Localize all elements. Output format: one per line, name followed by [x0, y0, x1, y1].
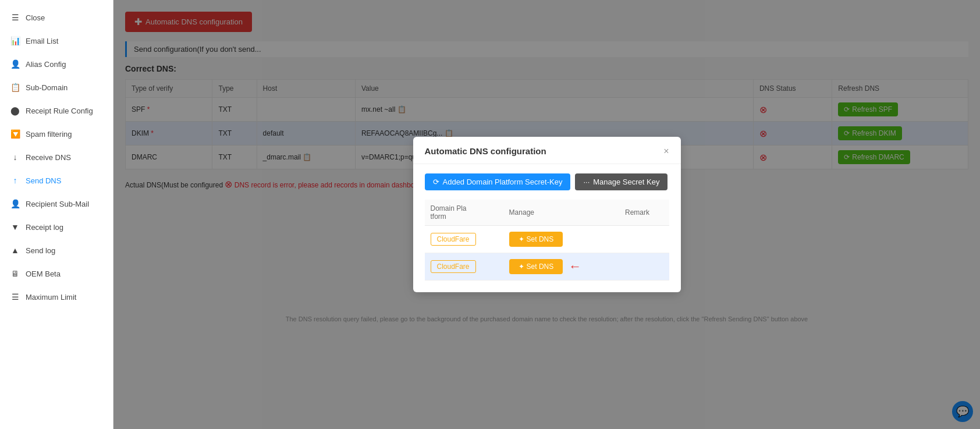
app-container: ☰ Close 📊 Email List 👤 Alias Config 📋 Su… [0, 0, 980, 429]
arrow-down-icon: ↓ [10, 153, 20, 162]
platform-cell-2: CloudFare [425, 253, 503, 281]
main-content: ✚ Automatic DNS configuration Send confi… [113, 0, 980, 429]
sidebar-item-receipt-log[interactable]: ▼ Receipt log [0, 215, 113, 239]
modal: Automatic DNS configuration × ⟳ Added Do… [413, 137, 681, 293]
modal-tab-row: ⟳ Added Domain Platform Secret-Key ··· M… [425, 173, 669, 190]
modal-header: Automatic DNS configuration × [413, 137, 681, 164]
sidebar-item-maximum-limit[interactable]: ☰ Maximum Limit [0, 285, 113, 309]
sidebar-item-send-dns[interactable]: ↑ Send DNS [0, 169, 113, 192]
set-dns-button-1[interactable]: ✦ Set DNS [509, 232, 563, 247]
sidebar: ☰ Close 📊 Email List 👤 Alias Config 📋 Su… [0, 0, 113, 429]
sidebar-item-receipt-rule-config[interactable]: ⬤ Receipt Rule Config [0, 99, 113, 122]
dots-icon: ··· [583, 178, 590, 186]
sidebar-item-oem-beta[interactable]: 🖥 OEM Beta [0, 262, 113, 285]
sidebar-item-close[interactable]: ☰ Close [0, 6, 113, 29]
recipient-icon: 👤 [10, 199, 20, 208]
sidebar-item-send-log[interactable]: ▲ Send log [0, 239, 113, 262]
menu-icon: ☰ [10, 292, 20, 302]
sidebar-item-recipient-sub-mail[interactable]: 👤 Recipient Sub-Mail [0, 192, 113, 215]
modal-overlay: Automatic DNS configuration × ⟳ Added Do… [113, 0, 980, 429]
circle-icon: ⬤ [10, 106, 20, 115]
modal-col-manage: Manage [503, 200, 619, 226]
bar-chart-icon: 📊 [10, 36, 20, 45]
tab-added-secret-key[interactable]: ⟳ Added Domain Platform Secret-Key [425, 173, 571, 190]
modal-col-remark: Remark [619, 200, 669, 226]
remark-cell-2 [619, 253, 669, 281]
sidebar-item-receive-dns[interactable]: ↓ Receive DNS [0, 146, 113, 169]
sidebar-item-alias-config[interactable]: 👤 Alias Config [0, 52, 113, 76]
modal-table-row: CloudFare ✦ Set DNS [425, 225, 669, 253]
flag-icon: ✦ [519, 235, 524, 243]
flag-icon: ✦ [519, 263, 524, 271]
modal-close-button[interactable]: × [663, 146, 669, 157]
sidebar-item-sub-domain[interactable]: 📋 Sub-Domain [0, 76, 113, 99]
manage-cell-1[interactable]: ✦ Set DNS [503, 225, 619, 253]
close-icon: ☰ [10, 13, 20, 22]
red-arrow-icon: ← [569, 259, 581, 274]
sidebar-item-spam-filtering[interactable]: 🔽 Spam filtering [0, 122, 113, 146]
manage-cell-2[interactable]: ✦ Set DNS ← [503, 253, 619, 281]
modal-table-row: CloudFare ✦ Set DNS ← [425, 253, 669, 281]
platform-badge: CloudFare [431, 233, 476, 246]
list-icon: 📋 [10, 83, 20, 92]
chevron-down-icon: ▼ [10, 222, 20, 232]
modal-title: Automatic DNS configuration [425, 146, 546, 156]
platform-cell-1: CloudFare [425, 225, 503, 253]
refresh-icon-small: ⟳ [433, 178, 439, 186]
set-dns-button-2[interactable]: ✦ Set DNS [509, 259, 563, 274]
filter-icon: 🔽 [10, 129, 20, 139]
monitor-icon: 🖥 [10, 269, 20, 278]
modal-col-platform: Domain Platform [425, 200, 503, 226]
chevron-up-icon: ▲ [10, 246, 20, 255]
sidebar-item-email-list[interactable]: 📊 Email List [0, 29, 113, 52]
modal-body: ⟳ Added Domain Platform Secret-Key ··· M… [413, 164, 681, 293]
user-icon: 👤 [10, 59, 20, 69]
modal-table: Domain Platform Manage Remark CloudFare [425, 200, 669, 281]
arrow-up-icon: ↑ [10, 176, 20, 185]
platform-badge: CloudFare [431, 260, 476, 273]
tab-manage-secret-key[interactable]: ··· Manage Secret Key [575, 173, 667, 190]
remark-cell-1 [619, 225, 669, 253]
